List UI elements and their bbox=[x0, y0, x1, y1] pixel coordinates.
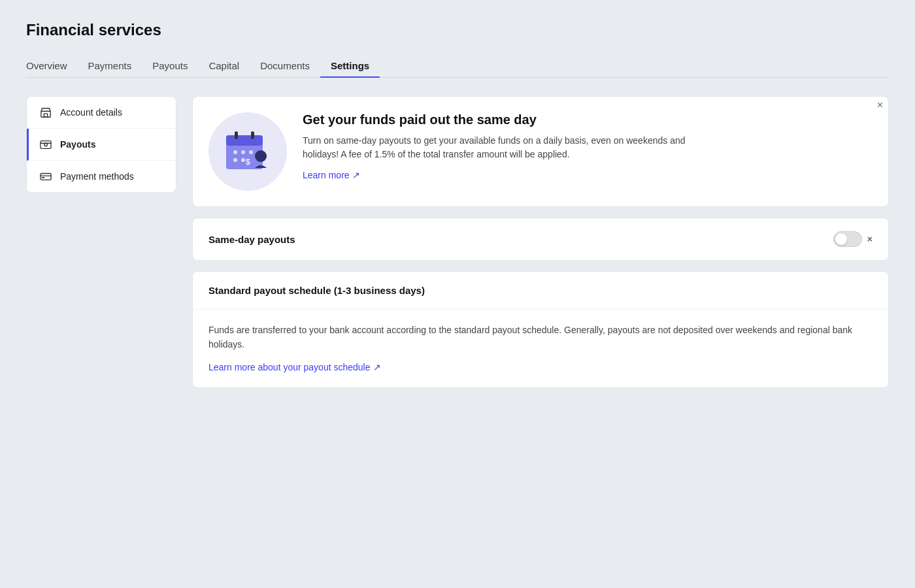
svg-rect-16 bbox=[251, 131, 254, 139]
svg-point-12 bbox=[249, 150, 253, 154]
content-area: $ Get your funds paid out the same day T… bbox=[192, 96, 889, 388]
svg-text:$: $ bbox=[246, 157, 250, 167]
svg-point-10 bbox=[233, 150, 237, 154]
promo-learn-more-link[interactable]: Learn more ↗ bbox=[303, 170, 360, 180]
same-day-payouts-card: Same-day payouts × bbox=[192, 218, 889, 261]
sidebar-item-payouts-label: Payouts bbox=[60, 139, 95, 150]
standard-payout-card: Standard payout schedule (1-3 business d… bbox=[192, 271, 889, 388]
tab-capital[interactable]: Capital bbox=[198, 55, 250, 78]
svg-point-17 bbox=[255, 150, 267, 162]
page-title: Financial services bbox=[26, 21, 889, 39]
svg-point-14 bbox=[241, 158, 245, 162]
standard-payout-label: Standard payout schedule (1-3 business d… bbox=[208, 285, 425, 296]
promo-card: $ Get your funds paid out the same day T… bbox=[192, 96, 889, 207]
sidebar-item-payment-methods[interactable]: Payment methods bbox=[27, 161, 176, 192]
standard-payout-header: Standard payout schedule (1-3 business d… bbox=[193, 272, 888, 309]
tab-payouts[interactable]: Payouts bbox=[142, 55, 198, 78]
payout-icon bbox=[39, 138, 52, 151]
toggle-knob bbox=[835, 233, 847, 245]
standard-payout-learn-more-link[interactable]: Learn more about your payout schedule ↗ bbox=[208, 360, 381, 374]
tab-payments[interactable]: Payments bbox=[78, 55, 142, 78]
promo-description: Turn on same-day payouts to get your ava… bbox=[303, 134, 695, 161]
promo-content: Get your funds paid out the same day Tur… bbox=[303, 112, 695, 181]
same-day-payouts-toggle[interactable] bbox=[833, 231, 862, 247]
sidebar: Account details Payouts bbox=[26, 96, 176, 193]
tab-documents[interactable]: Documents bbox=[250, 55, 320, 78]
sidebar-item-payment-methods-label: Payment methods bbox=[60, 171, 134, 182]
top-navigation: Overview Payments Payouts Capital Docume… bbox=[26, 55, 889, 78]
toggle-close-icon[interactable]: × bbox=[867, 234, 873, 244]
tab-overview[interactable]: Overview bbox=[26, 55, 78, 78]
sidebar-item-account-details-label: Account details bbox=[60, 107, 122, 118]
svg-rect-0 bbox=[41, 111, 50, 117]
promo-close-button[interactable]: × bbox=[872, 97, 888, 114]
sidebar-item-account-details[interactable]: Account details bbox=[27, 97, 176, 129]
external-link-icon-2: ↗ bbox=[373, 360, 381, 374]
svg-rect-5 bbox=[41, 174, 51, 180]
svg-rect-2 bbox=[41, 141, 51, 149]
svg-rect-9 bbox=[226, 135, 263, 146]
svg-point-11 bbox=[241, 150, 245, 154]
svg-rect-1 bbox=[44, 114, 47, 117]
toggle-container: × bbox=[833, 231, 873, 247]
same-day-payouts-label: Same-day payouts bbox=[208, 234, 295, 245]
same-day-payouts-header: Same-day payouts × bbox=[193, 218, 888, 260]
sidebar-item-payouts[interactable]: Payouts bbox=[27, 129, 176, 161]
promo-illustration: $ bbox=[208, 112, 287, 191]
standard-payout-description: Funds are transferred to your bank accou… bbox=[208, 323, 873, 352]
tab-settings[interactable]: Settings bbox=[320, 55, 380, 78]
external-link-icon: ↗ bbox=[352, 170, 360, 180]
promo-title: Get your funds paid out the same day bbox=[303, 112, 695, 127]
svg-rect-7 bbox=[42, 177, 44, 178]
store-icon bbox=[39, 106, 52, 119]
payment-methods-icon bbox=[39, 170, 52, 183]
svg-point-13 bbox=[233, 158, 237, 162]
standard-payout-body: Funds are transferred to your bank accou… bbox=[193, 310, 888, 387]
svg-rect-15 bbox=[235, 131, 238, 139]
